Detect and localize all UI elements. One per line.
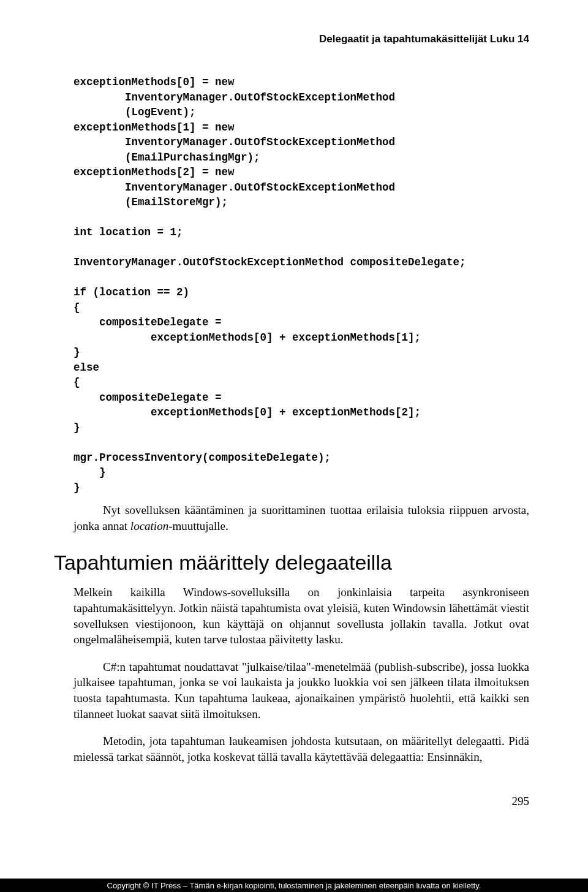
- page-number: 295: [74, 795, 529, 808]
- running-header: Delegaatit ja tapahtumakäsittelijät Luku…: [74, 33, 529, 45]
- body-paragraph-2: C#:n tapahtumat noudattavat "julkaise/ti…: [74, 659, 529, 722]
- after-code-italic: location: [130, 520, 168, 532]
- section-heading: Tapahtumien määrittely delegaateilla: [54, 551, 529, 575]
- copyright-footer: Copyright © IT Press – Tämän e-kirjan ko…: [0, 879, 588, 892]
- body-paragraph-1: Melkein kaikilla Windows-sovelluksilla o…: [74, 584, 529, 648]
- after-code-post: -muuttujalle.: [168, 520, 228, 532]
- body-paragraph-3: Metodin, jota tapahtuman laukeamisen joh…: [74, 733, 529, 765]
- after-code-paragraph: Nyt sovelluksen kääntäminen ja suorittam…: [74, 502, 529, 534]
- code-block: exceptionMethods[0] = new InventoryManag…: [74, 75, 529, 495]
